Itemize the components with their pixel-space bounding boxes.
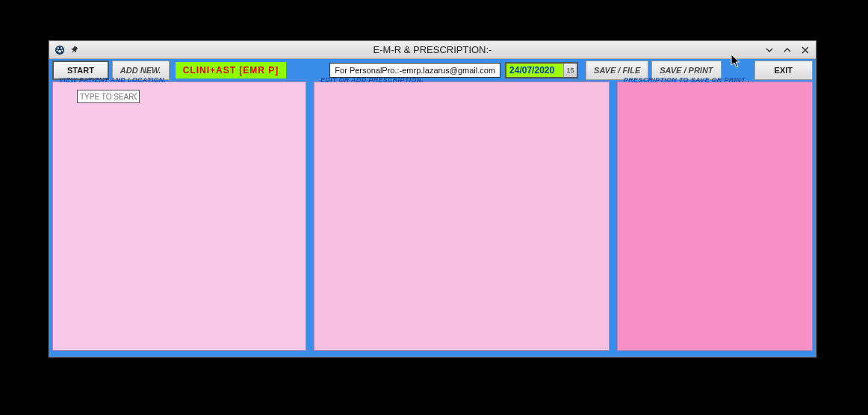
panel-edit-prescription: EDIT OR ADD PRESCRIPTION. <box>314 82 610 351</box>
panel-save-print: PRESCRIPTION TO SAVE OR PRINT . <box>617 82 813 351</box>
license-label: For PersonalPro.:-emrp.lazarus@gmail.com <box>329 63 500 78</box>
titlebar: E-M-R & PRESCRIPTION:- <box>49 41 816 59</box>
app-paw-icon <box>54 44 66 56</box>
exit-button[interactable]: EXIT <box>754 61 813 80</box>
close-icon[interactable] <box>798 43 813 57</box>
brand-badge: CLINI+AST [EMR P] <box>176 62 287 79</box>
panel-mid-title: EDIT OR ADD PRESCRIPTION. <box>319 76 425 84</box>
svg-point-3 <box>57 49 58 51</box>
panel-right-title: PRESCRIPTION TO SAVE OR PRINT . <box>622 76 751 84</box>
svg-point-5 <box>58 50 61 53</box>
svg-point-1 <box>58 47 59 49</box>
pin-icon[interactable] <box>70 45 81 55</box>
date-box: 15 <box>505 62 578 79</box>
app-window: E-M-R & PRESCRIPTION:- START ADD NEW. CL… <box>49 40 816 357</box>
minimize-icon[interactable] <box>762 43 777 57</box>
svg-point-4 <box>62 49 63 51</box>
window-controls <box>762 43 813 57</box>
titlebar-left <box>49 44 81 56</box>
panel-view-patient: VIEW PATIENT AND LOCATION. <box>52 82 306 351</box>
maximize-icon[interactable] <box>780 43 795 57</box>
panel-left-title: VIEW PATIENT AND LOCATION. <box>58 76 167 84</box>
svg-point-2 <box>61 47 62 49</box>
date-picker-button[interactable]: 15 <box>563 64 577 77</box>
panels-container: VIEW PATIENT AND LOCATION. EDIT OR ADD P… <box>49 82 816 357</box>
date-input[interactable] <box>506 64 563 77</box>
search-input[interactable] <box>77 90 140 103</box>
window-title: E-M-R & PRESCRIPTION:- <box>373 44 492 55</box>
